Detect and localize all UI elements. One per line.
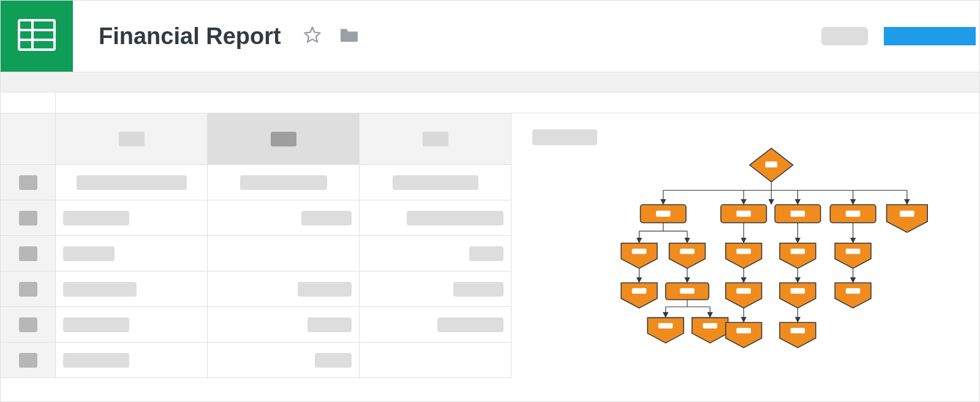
svg-rect-6: [765, 161, 777, 167]
select-all-corner[interactable]: [1, 113, 56, 165]
flow-node-b1c2[interactable]: [669, 243, 706, 268]
cell[interactable]: [56, 271, 208, 307]
flow-node-b1c2g-box[interactable]: [666, 283, 709, 300]
flow-node-b1gg2[interactable]: [692, 317, 728, 343]
svg-marker-4: [304, 28, 320, 42]
cell[interactable]: [56, 165, 208, 200]
cell-value-placeholder: [63, 246, 115, 261]
svg-rect-16: [632, 249, 647, 254]
flow-node-b2c1[interactable]: [726, 243, 762, 268]
flow-node-b1[interactable]: [641, 205, 687, 222]
svg-rect-21: [658, 323, 673, 328]
flow-node-b3[interactable]: [775, 205, 821, 222]
flow-node-b4[interactable]: [830, 205, 876, 222]
app-root: Financial Report: [0, 0, 980, 402]
flow-node-b1gg1[interactable]: [647, 317, 684, 343]
row-header[interactable]: [1, 343, 56, 378]
table-row: [1, 343, 511, 378]
flow-node-b2c3[interactable]: [726, 322, 762, 347]
cell-value-placeholder: [437, 317, 503, 332]
svg-rect-25: [736, 328, 751, 333]
flow-node-root[interactable]: [750, 148, 793, 182]
menu-bar[interactable]: [1, 72, 979, 93]
sheets-icon: [18, 19, 56, 53]
cell-value-placeholder: [63, 317, 129, 332]
svg-rect-0: [19, 20, 55, 50]
table-row: [1, 307, 511, 343]
top-button-blue[interactable]: [884, 27, 976, 45]
cell[interactable]: [56, 236, 208, 271]
cell[interactable]: [208, 236, 360, 271]
star-outline-icon[interactable]: [303, 26, 322, 47]
flow-node-b5[interactable]: [887, 205, 928, 232]
cell[interactable]: [56, 307, 208, 343]
flow-node-b4c2[interactable]: [835, 283, 871, 308]
column-headers: [1, 113, 511, 165]
spreadsheet-grid[interactable]: [1, 113, 511, 401]
title-icon-group: [303, 26, 360, 47]
svg-rect-20: [680, 288, 695, 294]
cell-value-placeholder: [298, 282, 352, 297]
svg-rect-24: [736, 288, 751, 294]
svg-rect-22: [703, 323, 717, 328]
cell[interactable]: [208, 343, 360, 378]
flow-node-b1c1[interactable]: [621, 243, 657, 268]
cell[interactable]: [56, 343, 208, 378]
cell-value-placeholder: [307, 317, 352, 332]
svg-rect-30: [846, 288, 861, 294]
topbar: Financial Report: [1, 1, 979, 72]
cell[interactable]: [360, 236, 511, 271]
cell-value-placeholder: [240, 175, 327, 190]
flow-node-b2[interactable]: [721, 205, 767, 222]
flow-node-b2c2[interactable]: [726, 283, 762, 308]
row-header[interactable]: [1, 165, 56, 200]
formula-bar[interactable]: [56, 93, 979, 113]
table-row: [1, 200, 511, 236]
cell-value-placeholder: [407, 211, 503, 226]
cell-value-placeholder: [453, 282, 503, 297]
svg-rect-15: [900, 211, 914, 217]
column-header-B[interactable]: [208, 113, 360, 165]
cell[interactable]: [360, 165, 511, 200]
cell-value-placeholder: [301, 211, 352, 226]
flow-node-b3c2[interactable]: [780, 283, 816, 308]
cell[interactable]: [56, 200, 208, 236]
cell[interactable]: [360, 307, 511, 343]
cell[interactable]: [360, 271, 511, 307]
cell-value-placeholder: [63, 353, 129, 368]
table-row: [1, 271, 511, 307]
svg-rect-14: [846, 211, 861, 217]
document-title[interactable]: Financial Report: [99, 23, 281, 50]
svg-rect-12: [791, 211, 805, 217]
row-header[interactable]: [1, 236, 56, 271]
flow-node-b3c3[interactable]: [780, 322, 816, 347]
cell[interactable]: [208, 307, 360, 343]
row-header[interactable]: [1, 271, 56, 307]
flow-node-b1c1g[interactable]: [621, 283, 657, 308]
row-header[interactable]: [1, 200, 56, 236]
name-box[interactable]: [1, 93, 56, 113]
topbar-right: [821, 27, 979, 45]
svg-rect-26: [791, 249, 805, 254]
cell[interactable]: [360, 200, 511, 236]
cell-value-placeholder: [315, 353, 352, 368]
cell[interactable]: [360, 343, 511, 378]
column-header-A[interactable]: [56, 113, 208, 165]
svg-rect-29: [846, 249, 861, 254]
cell[interactable]: [208, 271, 360, 307]
top-button-grey[interactable]: [821, 27, 868, 45]
svg-rect-18: [632, 288, 647, 294]
row-header[interactable]: [1, 307, 56, 343]
flow-node-b4c1[interactable]: [835, 243, 871, 268]
svg-rect-27: [791, 288, 805, 294]
cell-value-placeholder: [393, 175, 478, 190]
app-launcher-badge[interactable]: [1, 1, 73, 72]
cell-value-placeholder: [77, 175, 187, 190]
cell-value-placeholder: [469, 246, 503, 261]
flow-node-b3c1[interactable]: [780, 243, 816, 268]
cell[interactable]: [208, 200, 360, 236]
cell[interactable]: [208, 165, 360, 200]
table-row: [1, 165, 511, 200]
folder-icon[interactable]: [339, 26, 360, 46]
column-header-C[interactable]: [360, 113, 511, 165]
